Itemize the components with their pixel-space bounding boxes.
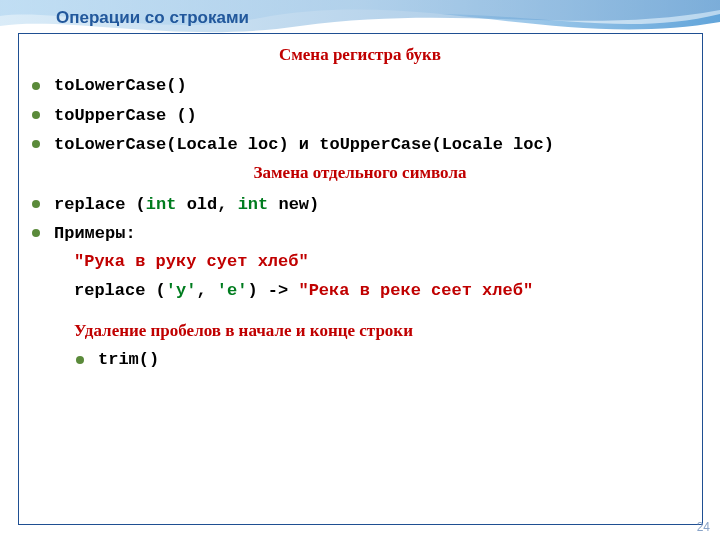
list-item: trim() xyxy=(74,346,690,373)
code-text: toLowerCase(Locale loc) и toUpperCase(Lo… xyxy=(54,135,554,154)
list-item: toUpperCase () xyxy=(30,102,690,129)
bullet-list-replace: replace (int old, int new) Примеры: xyxy=(30,191,690,248)
keyword: int xyxy=(238,195,269,214)
example-line-2: replace ('у', 'е') -> "Река в реке сеет … xyxy=(74,278,690,304)
result-string: "Река в реке сеет хлеб" xyxy=(298,281,533,300)
code-frag: replace ( xyxy=(54,195,146,214)
code-frag: replace ( xyxy=(74,281,166,300)
code-frag: ) -> xyxy=(247,281,298,300)
example-string-1: "Рука в руку сует хлеб" xyxy=(74,249,690,275)
code-text: toUpperCase () xyxy=(54,106,197,125)
example-block: "Рука в руку сует хлеб" replace ('у', 'е… xyxy=(30,249,690,304)
list-item: toLowerCase() xyxy=(30,72,690,99)
bullet-list-trim: trim() xyxy=(74,346,690,373)
bullet-list-case: toLowerCase() toUpperCase () toLowerCase… xyxy=(30,72,690,158)
keyword: int xyxy=(146,195,177,214)
code-frag: , xyxy=(196,281,216,300)
section-heading-case: Смена регистра букв xyxy=(30,42,690,68)
code-text: toLowerCase() xyxy=(54,76,187,95)
page-number: 24 xyxy=(697,520,710,534)
list-item: toLowerCase(Locale loc) и toUpperCase(Lo… xyxy=(30,131,690,158)
examples-label: Примеры: xyxy=(54,224,136,243)
section-heading-trim: Удаление пробелов в начале и конце строк… xyxy=(74,318,690,344)
code-frag: old, xyxy=(176,195,237,214)
slide-content: Смена регистра букв toLowerCase() toUppe… xyxy=(30,40,690,374)
code-text: replace (int old, int new) xyxy=(54,195,319,214)
list-item: replace (int old, int new) xyxy=(30,191,690,218)
section-heading-replace: Замена отдельного символа xyxy=(30,160,690,186)
trim-block: Удаление пробелов в начале и конце строк… xyxy=(30,318,690,374)
list-item: Примеры: xyxy=(30,220,690,247)
char-literal: 'е' xyxy=(217,281,248,300)
code-text: trim() xyxy=(98,350,159,369)
code-frag: new) xyxy=(268,195,319,214)
slide-title: Операции со строками xyxy=(56,8,249,28)
char-literal: 'у' xyxy=(166,281,197,300)
